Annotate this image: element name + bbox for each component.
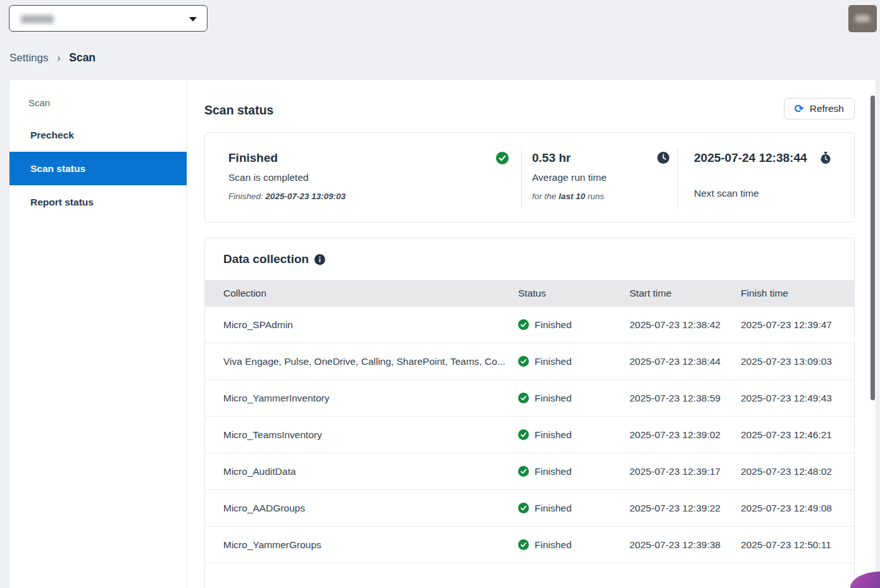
table-row: Viva Engage, Pulse, OneDrive, Calling, S… — [205, 343, 854, 380]
user-avatar-button[interactable] — [848, 5, 877, 32]
clock-icon — [657, 152, 669, 164]
status-label: Finished — [535, 503, 572, 514]
check-circle-icon — [518, 393, 529, 403]
average-run-time-section: 0.53 hr Average run time for the last 10… — [521, 133, 677, 222]
main-area: Scan status ⟳ Refresh Finished — [188, 80, 876, 588]
table-row: Micro_SPAdmin Finished 2025-07-23 12:38:… — [205, 307, 854, 343]
scan-status-card: Finished Scan is completed Finished: 202… — [204, 132, 855, 223]
status-label: Finished — [535, 466, 572, 477]
collection-name-cell: Micro_YammerGroups — [223, 539, 518, 551]
sidebar-item-precheck[interactable]: Precheck — [9, 118, 187, 152]
status-cell: Finished — [518, 356, 629, 367]
status-label: Finished — [535, 356, 572, 367]
breadcrumb-separator-icon: › — [57, 52, 60, 63]
collection-name-cell: Micro_AuditData — [223, 466, 518, 477]
finish-time-cell: 2025-07-23 12:48:02 — [741, 466, 854, 477]
finish-time-cell: 2025-07-23 12:49:43 — [741, 393, 854, 404]
status-cell: Finished — [518, 393, 629, 404]
table-row: Micro_YammerGroups Finished 2025-07-23 1… — [205, 527, 854, 563]
start-time-cell: 2025-07-23 12:39:17 — [629, 466, 741, 477]
column-header-status: Status — [518, 288, 629, 299]
start-time-cell: 2025-07-23 12:38:59 — [629, 393, 741, 404]
table-row: Micro_AADGroups Finished 2025-07-23 12:3… — [205, 490, 854, 527]
start-time-cell: 2025-07-23 12:38:42 — [629, 319, 741, 331]
collection-name-cell: Micro_TeamsInventory — [223, 429, 518, 441]
sidebar-item-report-status[interactable]: Report status — [9, 185, 187, 219]
status-cell: Finished — [518, 503, 629, 514]
check-circle-icon — [518, 466, 529, 477]
next-scan-time-value: 2025-07-24 12:38:44 — [694, 151, 807, 165]
scan-result-section: Finished Scan is completed Finished: 202… — [205, 133, 521, 222]
finish-time-cell: 2025-07-23 12:49:08 — [741, 503, 854, 514]
status-label: Finished — [535, 393, 572, 404]
start-time-cell: 2025-07-23 12:39:22 — [629, 503, 741, 514]
collection-name-cell: Viva Engage, Pulse, OneDrive, Calling, S… — [223, 356, 518, 367]
average-run-time-value: 0.53 hr — [532, 151, 571, 165]
sidebar: Scan Precheck Scan status Report status — [9, 80, 187, 588]
data-collection-title: Data collection — [223, 252, 309, 266]
status-cell: Finished — [518, 466, 629, 477]
check-circle-icon — [518, 539, 529, 550]
breadcrumb-current: Scan — [69, 51, 96, 64]
check-circle-icon — [518, 429, 529, 440]
refresh-icon: ⟳ — [795, 103, 804, 114]
table-row: Micro_TeamsInventory Finished 2025-07-23… — [205, 417, 854, 453]
check-circle-icon — [518, 356, 529, 367]
check-circle-icon — [496, 152, 509, 164]
sidebar-item-scan[interactable]: Scan — [9, 80, 187, 118]
tenant-dropdown[interactable] — [9, 5, 208, 32]
chevron-down-icon — [189, 17, 197, 21]
finish-time-cell: 2025-07-23 12:46:21 — [741, 429, 854, 441]
content-panel: Scan Precheck Scan status Report status … — [9, 79, 876, 588]
average-run-time-label: Average run time — [532, 172, 669, 183]
status-label: Finished — [535, 319, 572, 331]
check-circle-icon — [518, 503, 529, 513]
status-label: Finished — [535, 429, 572, 441]
collection-name-cell: Micro_AADGroups — [223, 503, 518, 514]
check-circle-icon — [518, 319, 529, 330]
info-icon[interactable] — [314, 254, 325, 265]
scan-finished-time: Finished: 2025-07-23 13:09:03 — [228, 192, 509, 201]
page-title: Scan status — [204, 101, 273, 118]
avatar-initials-obscured — [855, 15, 870, 22]
stopwatch-icon — [820, 152, 831, 164]
start-time-cell: 2025-07-23 12:39:02 — [629, 429, 741, 441]
refresh-button-label: Refresh — [810, 103, 844, 114]
average-run-time-note: for the last 10 runs — [532, 192, 669, 201]
table-header-row: Collection Status Start time Finish time — [205, 280, 854, 307]
start-time-cell: 2025-07-23 12:39:38 — [629, 539, 741, 551]
status-cell: Finished — [518, 539, 629, 551]
breadcrumb-settings[interactable]: Settings — [9, 52, 48, 64]
vertical-scrollbar-thumb[interactable] — [871, 95, 875, 400]
finish-time-cell: 2025-07-23 13:09:03 — [741, 356, 854, 367]
next-scan-section: 2025-07-24 12:38:44 Next scan time — [677, 133, 854, 222]
table-row: Micro_YammerInventory Finished 2025-07-2… — [205, 380, 854, 417]
table-row: Micro_AuditData Finished 2025-07-23 12:3… — [205, 453, 854, 490]
status-label: Finished — [535, 539, 572, 551]
collection-name-cell: Micro_YammerInventory — [223, 393, 518, 404]
column-header-finish-time: Finish time — [741, 288, 854, 299]
refresh-button[interactable]: ⟳ Refresh — [784, 98, 855, 119]
scan-result-value: Finished — [228, 151, 278, 165]
finish-time-cell: 2025-07-23 12:39:47 — [741, 319, 854, 331]
breadcrumb: Settings › Scan — [9, 51, 96, 64]
start-time-cell: 2025-07-23 12:38:44 — [629, 356, 741, 367]
tenant-name-obscured — [21, 15, 54, 23]
data-collection-card: Data collection Collection Status Start … — [204, 238, 855, 588]
column-header-collection: Collection — [223, 288, 518, 299]
collection-name-cell: Micro_SPAdmin — [223, 319, 518, 331]
sidebar-item-scan-status[interactable]: Scan status — [9, 152, 187, 185]
scan-result-subtitle: Scan is completed — [228, 172, 509, 183]
status-cell: Finished — [518, 319, 629, 331]
finish-time-cell: 2025-07-23 12:50:11 — [741, 539, 854, 551]
column-header-start-time: Start time — [629, 288, 741, 299]
next-scan-time-label: Next scan time — [694, 188, 831, 199]
status-cell: Finished — [518, 429, 629, 441]
